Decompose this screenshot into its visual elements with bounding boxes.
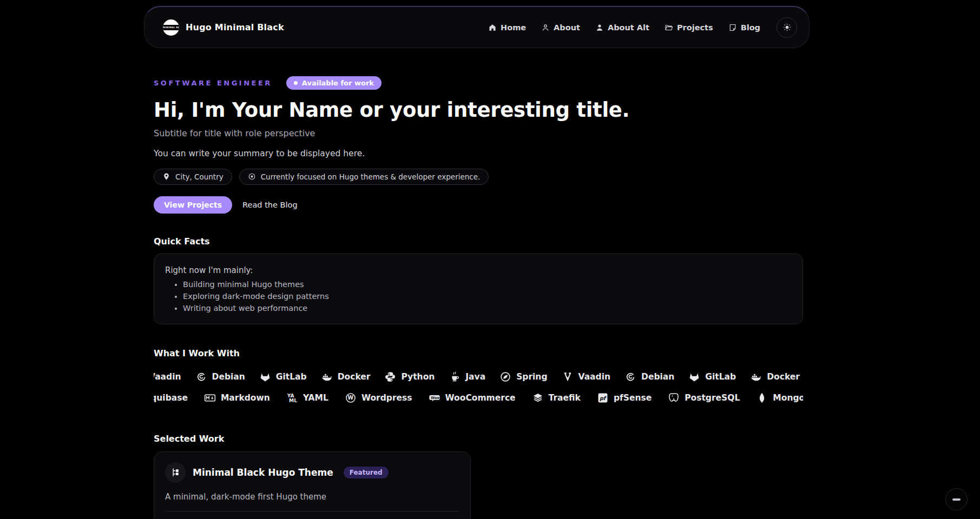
tech-label: Wordpress	[361, 393, 412, 403]
svg-text:W: W	[347, 395, 353, 401]
sitemap-icon	[170, 467, 181, 477]
tech-label: Vaadin	[154, 372, 181, 382]
quick-facts-section: Quick Facts Right now I'm mainly: Buildi…	[154, 236, 803, 324]
tech-item-gitlab: GitLab	[688, 371, 736, 383]
hero-section: SOFTWARE ENGINEER Available for work Hi,…	[154, 76, 803, 214]
card-divider	[165, 511, 459, 511]
nav-link-home[interactable]: Home	[488, 23, 526, 32]
tech-label: Python	[401, 372, 435, 382]
project-card: Minimal Black Hugo Theme Featured A mini…	[154, 451, 471, 519]
postgresql-icon	[668, 392, 680, 404]
nav-link-about[interactable]: About	[541, 23, 580, 32]
focus-chip: Currently focused on Hugo themes & devel…	[239, 169, 489, 185]
hero-cta-row: View Projects Read the Blog	[154, 196, 803, 214]
debian-icon	[195, 371, 207, 383]
site-logo-band-text: MINIMAL BLACK	[163, 25, 179, 30]
tech-item-yaml: YAML YAML	[286, 392, 328, 404]
hero-summary: You can write your summary to be display…	[154, 149, 803, 158]
project-description: A minimal, dark-mode first Hugo theme	[165, 492, 459, 502]
tech-section: What I Work With Vaadin Debian GitLab Do	[154, 348, 803, 409]
tech-marquee: Vaadin Debian GitLab Docker Python	[154, 367, 803, 409]
java-icon	[449, 371, 461, 383]
minus-icon	[952, 498, 961, 501]
nav-label: Home	[501, 23, 526, 32]
markdown-icon	[204, 392, 216, 404]
tech-label: Docker	[767, 372, 800, 382]
tech-item-java: Java	[449, 371, 485, 383]
tech-label: Debian	[641, 372, 674, 382]
tech-label: pfSense	[614, 393, 652, 403]
nav-link-projects[interactable]: Projects	[665, 23, 713, 32]
user-filled-icon	[595, 23, 604, 32]
tech-row-2: Liquibase Markdown YAML YAML W Wordpress…	[154, 388, 803, 409]
quick-fact-item: Building minimal Hugo themes	[183, 280, 792, 289]
tech-item-traefik: Traefik	[532, 392, 581, 404]
tech-label: GitLab	[276, 372, 307, 382]
tech-label: Liquibase	[154, 393, 188, 403]
role-eyebrow: SOFTWARE ENGINEER	[154, 79, 272, 87]
tech-item-pfsense: pf pfSense	[597, 392, 652, 404]
tech-item-liquibase: Liquibase	[154, 392, 188, 404]
sun-icon	[782, 23, 792, 32]
tech-label: Spring	[516, 372, 547, 382]
site-logo-icon: MINIMAL BLACK	[163, 19, 179, 36]
map-pin-icon	[162, 172, 170, 181]
brand[interactable]: MINIMAL BLACK Hugo Minimal Black	[163, 19, 284, 36]
navbar: MINIMAL BLACK Hugo Minimal Black Home Ab…	[144, 6, 810, 48]
tech-label: Docker	[338, 372, 371, 382]
tech-label: Java	[465, 372, 485, 382]
quick-facts-intro: Right now I'm mainly:	[165, 265, 792, 275]
project-title: Minimal Black Hugo Theme	[193, 467, 333, 478]
brand-title: Hugo Minimal Black	[186, 22, 284, 32]
tech-item-postgresql: PostgreSQL	[668, 392, 740, 404]
python-icon	[384, 371, 396, 383]
svg-text:ML: ML	[289, 398, 297, 404]
quick-facts-list: Building minimal Hugo themes Exploring d…	[165, 280, 792, 312]
read-blog-link[interactable]: Read the Blog	[240, 201, 300, 209]
tech-item-vaadin: Vaadin	[562, 371, 611, 383]
tech-row-1: Vaadin Debian GitLab Docker Python	[154, 367, 800, 388]
tech-item-debian: Debian	[195, 371, 245, 383]
traefik-icon	[532, 392, 544, 404]
availability-badge-label: Available for work	[302, 79, 374, 87]
debian-icon	[624, 371, 636, 383]
quick-facts-title: Quick Facts	[154, 236, 803, 247]
selected-work-title: Selected Work	[154, 434, 803, 444]
minimize-widget-button[interactable]	[945, 488, 968, 510]
tech-item-spring: Spring	[499, 371, 547, 383]
tech-label: GitLab	[705, 372, 736, 382]
yaml-icon: YAML	[286, 392, 298, 404]
tech-item-docker: Docker	[750, 371, 800, 383]
status-dot-icon	[294, 81, 298, 85]
availability-badge: Available for work	[286, 76, 382, 90]
theme-toggle-button[interactable]	[777, 17, 797, 38]
focus-chip-label: Currently focused on Hugo themes & devel…	[261, 172, 481, 181]
tech-item-vaadin: Vaadin	[154, 371, 181, 383]
project-avatar	[165, 462, 186, 483]
folder-icon	[665, 23, 673, 32]
selected-work-section: Selected Work Minimal Black Hugo Theme F…	[154, 434, 803, 519]
tech-item-woocommerce: Woo WooCommerce	[429, 392, 516, 404]
hero-subtitle: Subtitle for title with role perspective	[154, 128, 803, 138]
gitlab-icon	[259, 371, 271, 383]
svg-text:Woo: Woo	[431, 396, 440, 400]
mongodb-icon	[756, 392, 768, 404]
view-projects-button[interactable]: View Projects	[154, 196, 232, 214]
target-icon	[248, 172, 256, 181]
nav-link-about-alt[interactable]: About Alt	[595, 23, 649, 32]
tech-item-debian: Debian	[624, 371, 674, 383]
page-title: Hi, I'm Your Name or your interesting ti…	[154, 99, 803, 122]
home-icon	[488, 23, 497, 32]
tech-item-python: Python	[384, 371, 435, 383]
tech-title: What I Work With	[154, 348, 803, 358]
nav-label: Projects	[677, 23, 713, 32]
docker-icon	[321, 371, 333, 383]
wordpress-icon: W	[345, 392, 357, 404]
location-chip: City, Country	[154, 169, 232, 185]
main-nav: Home About About Alt Projects Blog	[488, 17, 797, 38]
hero-eyebrow-row: SOFTWARE ENGINEER Available for work	[154, 76, 803, 90]
tech-item-wordpress: W Wordpress	[345, 392, 412, 404]
tech-label: YAML	[303, 393, 328, 403]
nav-link-blog[interactable]: Blog	[728, 23, 760, 32]
woocommerce-icon: Woo	[429, 392, 440, 404]
